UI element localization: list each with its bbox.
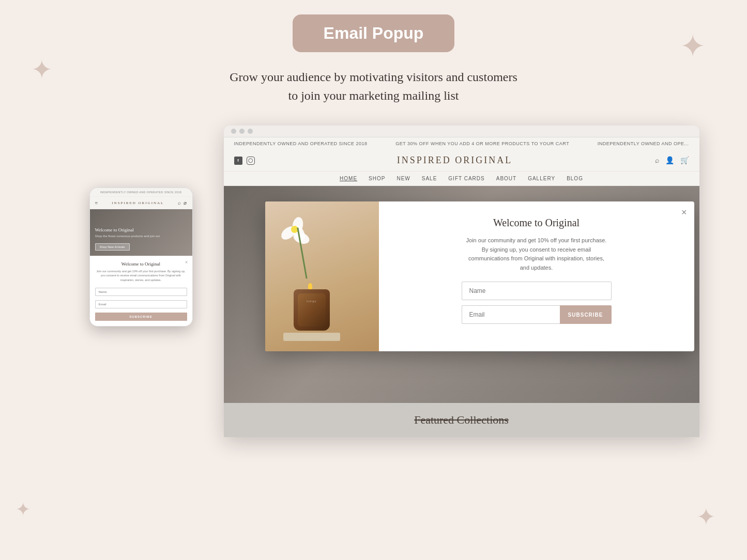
mockups-row: INDEPENDENTLY OWNED AND OPERATED SINCE 2… (89, 126, 658, 437)
mobile-hero-text: Welcome to Original Shop the finest cons… (95, 227, 160, 251)
mobile-popup-close-icon[interactable]: × (185, 259, 188, 265)
mobile-mockup: INDEPENDENTLY OWNED AND OPERATED SINCE 2… (89, 188, 193, 326)
mobile-popup-title: Welcome to Original (95, 261, 187, 267)
sparkle-top-right: ✦ (680, 31, 706, 62)
account-icon[interactable]: 👤 (665, 156, 674, 165)
subtitle-line2: to join your marketing mailing list (288, 89, 459, 102)
browser-dot-1 (231, 129, 236, 134)
mobile-hero-subtitle: Shop the finest conscious products and j… (95, 235, 160, 238)
nav-new[interactable]: NEW (397, 176, 410, 181)
store-hero: Indigo × Welcome to Original (224, 186, 699, 403)
candle-illustration: Indigo (265, 201, 379, 351)
mobile-email-input[interactable] (95, 300, 187, 308)
browser-chrome-bar (224, 126, 699, 137)
popup-name-input[interactable] (462, 282, 612, 300)
mobile-name-input[interactable] (95, 288, 187, 296)
browser-mockup: INDEPENDENTLY OWNED AND OPERATED SINCE 2… (224, 126, 699, 437)
sparkle-bottom-right: ✦ (696, 506, 716, 529)
candle-jar: Indigo (294, 289, 330, 331)
mobile-cart-icon[interactable]: ⌀ (184, 200, 187, 206)
popup-email-input[interactable] (462, 305, 560, 324)
candle-flame (308, 283, 312, 289)
facebook-icon[interactable]: f (234, 157, 242, 165)
mobile-header-icons: ⌕ ⌀ (178, 200, 187, 206)
nav-blog[interactable]: BLOG (567, 176, 583, 181)
popup-email-row: SUBSCRIBE (462, 305, 612, 324)
mobile-topbar: INDEPENDENTLY OWNED AND OPERATED SINCE 2… (90, 188, 192, 197)
mobile-logo: INSPIRED ORIGINAL (112, 201, 164, 205)
sparkle-bottom-left: ✦ (16, 501, 31, 519)
mobile-header: ≡ INSPIRED ORIGINAL ⌕ ⌀ (90, 197, 192, 209)
popup-content-panel: × Welcome to Original Join our community… (379, 201, 694, 351)
mobile-hero: Welcome to Original Shop the finest cons… (90, 209, 192, 256)
mobile-hero-title: Welcome to Original (95, 227, 160, 232)
mobile-email-popup: × Welcome to Original Join our community… (90, 256, 192, 326)
nav-shop[interactable]: SHOP (369, 176, 385, 181)
search-icon[interactable]: ⌕ (655, 157, 659, 165)
store-logo: INSPIRED ORIGINAL (397, 155, 513, 166)
email-popup-modal: Indigo × Welcome to Original (265, 201, 694, 351)
email-popup-badge: Email Popup (293, 14, 455, 52)
popup-title: Welcome to Original (493, 217, 580, 229)
stone-base (283, 333, 340, 341)
nav-gift-cards[interactable]: GIFT CARDS (448, 176, 484, 181)
store-social-icons: f ◯ (234, 157, 255, 165)
store-header-icons: ⌕ 👤 🛒 (655, 156, 689, 165)
browser-dot-2 (239, 129, 245, 134)
page-container: ✦ ✦ ✦ ✦ Email Popup Grow your audience b… (0, 0, 747, 560)
cart-icon[interactable]: 🛒 (680, 156, 689, 165)
mobile-menu-icon[interactable]: ≡ (95, 200, 98, 206)
store-nav: HOME SHOP NEW SALE GIFT CARDS ABOUT GALL… (224, 172, 699, 186)
mobile-subscribe-button[interactable]: SUBSCRIBE (95, 313, 187, 321)
page-subtitle: Grow your audience by motivating visitor… (230, 68, 517, 105)
popup-subscribe-button[interactable]: SUBSCRIBE (560, 305, 612, 324)
badge-label: Email Popup (324, 24, 424, 42)
topbar-center-text: GET 30% OFF WHEN YOU ADD 4 OR MORE PRODU… (395, 141, 569, 146)
store-header: f ◯ INSPIRED ORIGINAL ⌕ 👤 🛒 (224, 150, 699, 172)
topbar-right-text: INDEPENDENTLY OWNED AND OPE... (598, 141, 689, 146)
topbar-left-text: INDEPENDENTLY OWNED AND OPERATED SINCE 2… (234, 141, 368, 146)
content-wrapper: Email Popup Grow your audience by motiva… (0, 0, 747, 437)
sparkle-top-left: ✦ (31, 57, 53, 83)
mobile-shop-button[interactable]: Shop New Arrivals (95, 243, 130, 251)
nav-home[interactable]: HOME (340, 176, 357, 181)
popup-description: Join our community and get 10% off your … (464, 236, 609, 272)
featured-collections-title: Featured Collections (234, 413, 689, 427)
mobile-search-icon[interactable]: ⌕ (178, 200, 181, 206)
popup-image-panel: Indigo (265, 201, 379, 351)
nav-about[interactable]: ABOUT (496, 176, 516, 181)
mobile-popup-description: Join our community and get 10% off your … (95, 269, 187, 282)
popup-close-button[interactable]: × (681, 208, 687, 217)
store-bottom: Featured Collections (224, 403, 699, 437)
browser-dot-3 (248, 129, 253, 134)
nav-sale[interactable]: SALE (422, 176, 437, 181)
subtitle-line1: Grow your audience by motivating visitor… (230, 70, 517, 84)
instagram-icon[interactable]: ◯ (247, 157, 255, 165)
nav-gallery[interactable]: GALLERY (528, 176, 555, 181)
store-announcement-bar: INDEPENDENTLY OWNED AND OPERATED SINCE 2… (224, 137, 699, 150)
